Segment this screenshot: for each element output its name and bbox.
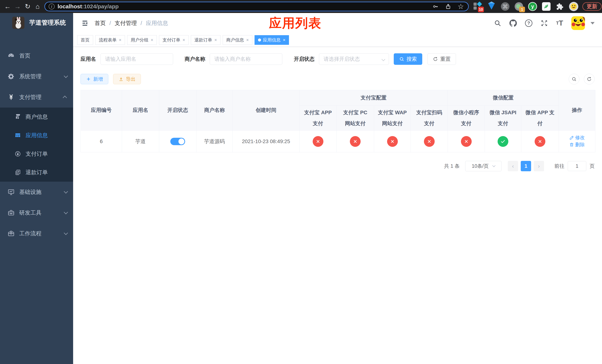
tab-支付订单[interactable]: 支付订单×	[159, 35, 189, 45]
tab-商户信息[interactable]: 商户信息×	[223, 35, 252, 45]
search-icon[interactable]	[494, 20, 501, 27]
tab-流程表单[interactable]: 流程表单×	[95, 35, 125, 45]
status-select-placeholder: 请选择开启状态	[323, 55, 360, 63]
share-icon[interactable]	[444, 3, 452, 10]
sidebar-collapse-icon[interactable]	[81, 19, 89, 27]
cell-enabled	[159, 130, 196, 152]
tab-label: 流程表单	[99, 37, 117, 43]
export-button[interactable]: 导出	[113, 74, 141, 84]
browser-reload-button[interactable]: ↻	[22, 1, 32, 11]
next-page-button[interactable]: ›	[534, 161, 544, 171]
sidebar-item-label: 工作流程	[19, 230, 64, 237]
sidebar-item-workflow[interactable]: 工作流程	[0, 223, 73, 244]
status-select[interactable]: 请选择开启状态	[319, 53, 389, 65]
delete-link[interactable]: 删除	[569, 141, 585, 148]
chevron-down-icon	[64, 74, 68, 78]
notes-extension-icon[interactable]	[542, 2, 551, 11]
toggle-search-button[interactable]	[569, 74, 580, 85]
search-button[interactable]: 搜索	[394, 53, 422, 65]
user-avatar[interactable]	[571, 16, 585, 30]
column-header: 微信 APP 支付	[521, 106, 559, 130]
sidebar-item-label: 支付管理	[19, 94, 64, 101]
sidebar-item-merchant-info[interactable]: 商户信息	[0, 107, 73, 126]
sidebar-item-app-info[interactable]: 应用信息	[0, 126, 73, 145]
browser-back-button[interactable]: ←	[3, 1, 13, 11]
page-number-button[interactable]: 1	[521, 161, 531, 171]
cell-config-status	[300, 130, 336, 152]
sidebar-item-refund-order[interactable]: 退款订单	[0, 163, 73, 182]
cell-app-id: 6	[81, 130, 122, 152]
edit-link[interactable]: 修改	[569, 134, 585, 141]
sidebar-item-dev-tools[interactable]: 研发工具	[0, 202, 73, 223]
refresh-table-button[interactable]	[584, 74, 595, 85]
close-tab-icon[interactable]: ×	[283, 38, 285, 42]
y-extension-icon[interactable]: y	[528, 2, 537, 11]
column-header: 开启状态	[159, 90, 196, 130]
column-header: 微信 JSAPI 支付	[485, 106, 521, 130]
close-tab-icon[interactable]: ×	[183, 38, 185, 42]
app-name-input[interactable]	[100, 53, 173, 65]
status-disabled-icon	[461, 136, 472, 147]
logo-rabbit-image	[12, 17, 24, 29]
gem-extension-icon[interactable]	[487, 2, 496, 11]
browser-forward-button[interactable]: →	[13, 1, 22, 11]
sidebar-item-infrastructure[interactable]: 基础设施	[0, 182, 73, 202]
breadcrumb-separator: /	[109, 20, 111, 26]
filter-form: 应用名 商户名称 开启状态 请选择开启状态 搜索 重置	[81, 53, 595, 65]
font-size-icon[interactable]: TT	[556, 19, 563, 27]
cell-config-status	[448, 130, 485, 152]
add-button[interactable]: 新增	[81, 74, 108, 84]
extensions-puzzle-icon[interactable]	[555, 2, 565, 11]
sidebar-item-system[interactable]: 系统管理	[0, 66, 73, 87]
emoji-extension-icon[interactable]	[569, 2, 578, 11]
close-tab-icon[interactable]: ×	[214, 38, 217, 42]
merchant-name-input[interactable]	[210, 53, 282, 65]
address-bar[interactable]: i localhost :1024/pay/app ☆	[44, 2, 469, 11]
avatar-caret-icon[interactable]	[591, 22, 595, 24]
enable-switch[interactable]	[170, 138, 185, 145]
fullscreen-icon[interactable]	[540, 20, 548, 27]
sidebar-item-pay-order[interactable]: 支付订单	[0, 145, 73, 163]
breadcrumb-separator: /	[140, 20, 142, 26]
command-extension-icon[interactable]: ⌘	[501, 2, 510, 11]
browser-update-button[interactable]: 更新	[582, 2, 602, 11]
bookmark-star-icon[interactable]: ☆	[457, 3, 464, 10]
sidebar-item-home[interactable]: 首页	[0, 45, 73, 66]
column-header: 支付宝 PC 网站支付	[336, 106, 374, 130]
submenu-payment: 商户信息应用信息支付订单退款订单	[0, 107, 73, 182]
dashboard-icon	[7, 52, 15, 60]
tab-首页[interactable]: 首页	[77, 35, 93, 45]
sidebar-item-payment[interactable]: 支付管理	[0, 87, 73, 107]
column-header: 支付宝 APP 支付	[300, 106, 336, 130]
help-icon[interactable]: ?	[525, 20, 532, 27]
chevron-down-icon	[382, 57, 385, 61]
password-key-icon[interactable]	[432, 3, 439, 10]
cell-app-name: 芋道	[122, 130, 159, 152]
page-size-value: 10条/页	[472, 163, 489, 169]
close-tab-icon[interactable]: ×	[246, 38, 249, 42]
goto-page-input[interactable]	[568, 161, 586, 171]
page-size-select[interactable]: 10条/页	[465, 161, 502, 171]
table-toolbar: 新增 导出	[81, 74, 595, 85]
adblock-extension-icon[interactable]: 10	[473, 2, 483, 11]
proxy-extension-icon[interactable]: 1	[514, 2, 524, 11]
column-header: 支付宝 WAP 网站支付	[374, 106, 411, 130]
close-tab-icon[interactable]: ×	[151, 38, 153, 42]
tab-退款订单[interactable]: 退款订单×	[191, 35, 220, 45]
reset-button[interactable]: 重置	[428, 53, 456, 65]
site-info-icon[interactable]: i	[49, 3, 55, 10]
column-header: 应用名	[122, 90, 159, 130]
github-icon[interactable]	[509, 20, 517, 27]
browser-home-button[interactable]: ⌂	[32, 1, 43, 11]
url-host: localhost	[58, 3, 82, 10]
prev-page-button[interactable]: ‹	[508, 161, 518, 171]
page-annotation: 应用列表	[269, 15, 322, 32]
tags-view-bar: 首页流程表单×用户分组×支付订单×退款订单×商户信息×应用信息×	[73, 33, 602, 47]
tab-应用信息[interactable]: 应用信息×	[255, 35, 289, 45]
extension-badge: 10	[478, 7, 484, 12]
breadcrumb-item[interactable]: 首页	[95, 20, 106, 27]
breadcrumb-item[interactable]: 支付管理	[115, 20, 137, 27]
tab-用户分组[interactable]: 用户分组×	[127, 35, 157, 45]
close-tab-icon[interactable]: ×	[119, 38, 121, 42]
goto-label: 前往	[554, 163, 564, 169]
